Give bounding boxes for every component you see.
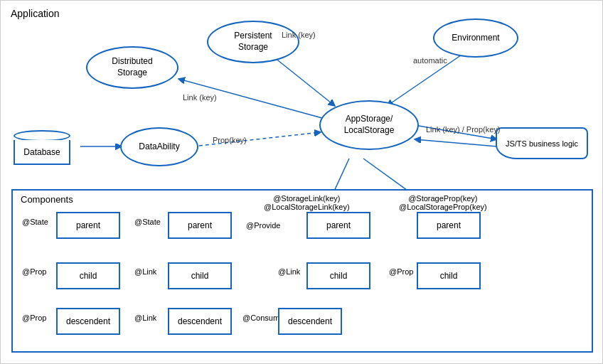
col2-child-rect: child (168, 262, 232, 289)
jsbox: JS/TS business logic (496, 127, 588, 159)
prop2-label: @Prop (22, 314, 46, 322)
distributed-storage-ellipse: Distributed Storage (86, 46, 178, 89)
link-key2-label: Link (key) (183, 93, 217, 102)
data-ability-ellipse: DataAbility (120, 127, 198, 166)
state2-label: @State (134, 218, 161, 226)
svg-line-8 (193, 132, 321, 146)
storage-prop-label: @StorageProp(key) @LocalStorageProp(key) (399, 194, 487, 211)
col1-child-rect: child (56, 262, 120, 289)
storage-link-label: @StorageLink(key) @LocalStorageLink(key) (264, 194, 350, 211)
col2b-descendent-rect: descendent (278, 308, 342, 335)
app-storage-ellipse: AppStorage/ LocalStorage (319, 100, 419, 150)
automatic-label: automatic (413, 56, 447, 65)
col2-parent-rect: parent (168, 212, 232, 239)
col2-descendent-rect: descendent (168, 308, 232, 335)
col1-parent-rect: parent (56, 212, 120, 239)
link3-label: @Link (278, 267, 300, 276)
svg-line-6 (415, 139, 497, 146)
col3-parent-rect: parent (306, 212, 370, 239)
link2-label: @Link (134, 314, 156, 322)
col3-child-rect: child (306, 262, 370, 289)
prop1-label: @Prop (22, 267, 46, 276)
link1-label: @Link (134, 267, 156, 276)
diagram-container: Application (0, 0, 603, 364)
database-cylinder: Database (14, 130, 70, 165)
col1-descendent-rect: descendent (56, 308, 120, 335)
components-label: Components (21, 194, 73, 205)
col4-child-rect: child (417, 262, 481, 289)
link-prop-key-label: Link (key) / Prop(key) (426, 125, 501, 134)
environment-ellipse: Environment (433, 18, 518, 58)
link-key1-label: Link (key) (282, 31, 316, 39)
persistent-storage-ellipse: Persistent Storage (207, 21, 299, 63)
prop3-label: @Prop (389, 267, 413, 276)
app-label: Application (11, 8, 60, 19)
state1-label: @State (22, 218, 48, 226)
prop-key-label: Prop(key) (213, 136, 247, 144)
col4-parent-rect: parent (417, 212, 481, 239)
provide-label: @Provide (246, 221, 280, 230)
cylinder-body: Database (14, 140, 70, 165)
